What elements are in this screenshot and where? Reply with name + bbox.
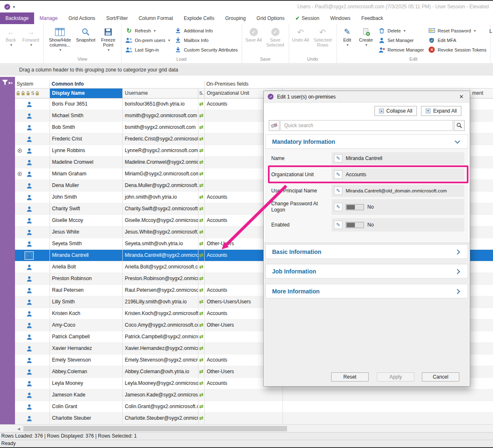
- username-cell[interactable]: Madeline.Cromwel@sygx2.onmicrosoft.com: [123, 157, 198, 168]
- display-name-cell[interactable]: Madeline Cromwel: [50, 157, 123, 168]
- username-cell[interactable]: Patrick.Campbell@sygx2.onmicrosoft.com: [123, 331, 198, 342]
- username-cell[interactable]: john.smith@ovh.ytria.io: [123, 192, 198, 203]
- edit-pencil-icon[interactable]: ✎: [334, 170, 342, 179]
- tab-column-format[interactable]: Column Format: [133, 12, 178, 24]
- organizational-unit-cell[interactable]: [205, 401, 283, 412]
- grid-row[interactable]: Jameson KadeJameson.Kade@sygx2.onmicroso…: [15, 389, 493, 401]
- edit-pencil-icon[interactable]: ✎: [334, 203, 342, 211]
- apply-button[interactable]: Apply: [377, 372, 414, 382]
- filter-funnel-icon[interactable]: [2, 79, 13, 86]
- search-button[interactable]: [454, 120, 465, 131]
- cpal-toggle[interactable]: [346, 204, 364, 210]
- ribbon-snapshot-button[interactable]: Snapshot: [75, 25, 97, 55]
- username-cell[interactable]: Raul.Petersen@sygx2.onmicrosoft.com: [123, 285, 198, 296]
- ribbon-show-hide-columns-button[interactable]: Show/Hide columns...▾: [46, 25, 74, 55]
- username-cell[interactable]: Coco.Amy@sygx2.onmicrosoft.com: [123, 320, 198, 331]
- column-header-display-name[interactable]: Display Name: [50, 89, 123, 98]
- display-name-cell[interactable]: Patrick Campbell: [50, 331, 123, 342]
- expand-all-button[interactable]: Expand All: [421, 106, 461, 116]
- tab-explode-cells[interactable]: Explode Cells: [178, 12, 220, 24]
- tab-manage[interactable]: Manage: [34, 12, 63, 24]
- username-cell[interactable]: LynneR@sygx2.onmicrosoft.com: [123, 145, 198, 156]
- display-name-cell[interactable]: Michael Smith: [50, 110, 123, 121]
- field-ou-value[interactable]: Accounts: [346, 172, 366, 177]
- display-name-cell[interactable]: Lilly Smith: [50, 296, 123, 308]
- ribbon-edit-button[interactable]: ✎Edit▾: [339, 25, 356, 55]
- display-name-cell[interactable]: Seyeta Smith: [50, 238, 123, 249]
- username-cell[interactable]: Miranda.Cantrell@sygx2.onmicrosoft.com: [123, 250, 198, 261]
- ribbon-additional-info-button[interactable]: Additional Info: [173, 26, 240, 35]
- display-name-cell[interactable]: Dena Muller: [50, 180, 123, 191]
- ribbon-back-button[interactable]: ←Back▾: [2, 25, 20, 55]
- display-name-cell[interactable]: Boris Four 3651: [50, 98, 123, 110]
- horizontal-scrollbar[interactable]: ◀: [0, 424, 493, 432]
- username-cell[interactable]: Charlotte.Steuber@sygx2.onmicrosoft.com: [123, 413, 198, 424]
- username-cell[interactable]: msmith@sygx2.onmicrosoft.com: [123, 110, 198, 121]
- tab-session[interactable]: ✔Session: [290, 12, 325, 24]
- section-job-information[interactable]: Job Information: [265, 264, 468, 278]
- display-name-cell[interactable]: Colin Grant: [50, 401, 123, 412]
- grouping-zone[interactable]: Drag a column header to this grouping zo…: [0, 64, 493, 76]
- ribbon-set-manager-button[interactable]: Set Manager: [377, 35, 426, 45]
- tab-grouping[interactable]: Grouping: [220, 12, 251, 24]
- username-cell[interactable]: Emely.Stevenson@sygx2.onmicrosoft.com: [123, 354, 198, 366]
- display-name-cell[interactable]: Ariella Bolt: [50, 261, 123, 273]
- ribbon-selected-rows-button[interactable]: ↶Selected Rows: [311, 25, 334, 55]
- username-cell[interactable]: Kristen.Koch@sygx2.onmicrosoft.com: [123, 308, 198, 319]
- ribbon-custom-security-attributes-button[interactable]: Custom Security Attributes: [173, 45, 240, 54]
- app-menu-caret-icon[interactable]: ▾: [13, 5, 15, 9]
- section-more-information[interactable]: More Information: [265, 284, 468, 298]
- username-cell[interactable]: Ariella.Bolt@sygx2.onmicrosoft.com: [123, 261, 198, 273]
- tab-feedback[interactable]: Feedback: [356, 12, 389, 24]
- cancel-button[interactable]: Cancel: [422, 372, 459, 382]
- display-name-cell[interactable]: Emely Stevenson: [50, 354, 123, 366]
- display-name-cell[interactable]: Frederic Crist: [50, 133, 123, 145]
- tab-grid-options[interactable]: Grid Options: [251, 12, 290, 24]
- field-name-value[interactable]: Miranda Cantrell: [346, 155, 382, 161]
- edit-pencil-icon[interactable]: ✎: [334, 187, 342, 195]
- field-upn-value[interactable]: Miranda.Cantrell@old_domain.onmicrosoft.…: [346, 188, 447, 193]
- username-cell[interactable]: Leyla.Mooney@sygx2.onmicrosoft.com: [123, 378, 198, 389]
- username-cell[interactable]: Abbey.Coleman@ovh.ytria.io: [123, 366, 198, 377]
- username-cell[interactable]: Preston.Robinson@sygx2.onmicrosoft.com: [123, 273, 198, 284]
- display-name-cell[interactable]: Miriam Graham: [50, 168, 123, 180]
- column-header-clipped-department[interactable]: ment: [470, 89, 493, 98]
- reset-button[interactable]: Reset: [331, 372, 369, 382]
- display-name-cell[interactable]: Charlotte Steuber: [50, 413, 123, 424]
- column-header-username[interactable]: Username: [123, 89, 198, 98]
- edit-pencil-icon[interactable]: ✎: [334, 154, 342, 162]
- display-name-cell[interactable]: Kristen Koch: [50, 308, 123, 319]
- enabled-toggle[interactable]: [346, 222, 364, 228]
- scrollbar-thumb[interactable]: [23, 426, 287, 431]
- ribbon-refresh-button[interactable]: ↻Refresh▾: [124, 26, 172, 35]
- close-icon[interactable]: ×: [457, 93, 466, 101]
- ribbon-delete-button[interactable]: Delete▾: [377, 26, 426, 35]
- quick-search-input[interactable]: [280, 120, 453, 131]
- display-name-cell[interactable]: Preston Robinson: [50, 273, 123, 284]
- display-name-cell[interactable]: Giselle Mccoy: [50, 215, 123, 226]
- organizational-unit-cell[interactable]: [205, 413, 283, 424]
- display-name-cell[interactable]: Amy-Coco: [50, 320, 123, 331]
- collapse-all-button[interactable]: Collapse All: [374, 106, 417, 116]
- section-mandatory-information[interactable]: Mandatory Information: [265, 134, 468, 149]
- ribbon-revoke-session-tokens-button[interactable]: ×Revoke Session Tokens: [426, 45, 488, 54]
- tab-windows[interactable]: Windows: [325, 12, 356, 24]
- ribbon-save-selected-button[interactable]: ✔Save Selected: [264, 25, 287, 55]
- username-cell[interactable]: Jesus.White@sygx2.onmicrosoft.com: [123, 226, 198, 238]
- username-cell[interactable]: Giselle.Mccoy@sygx2.onmicrosoft.com: [123, 215, 198, 226]
- system-columns-header[interactable]: S: [15, 89, 50, 98]
- username-cell[interactable]: Dena.Muller@sygx2.onmicrosoft.com: [123, 180, 198, 191]
- username-cell[interactable]: Jameson.Kade@sygx2.onmicrosoft.com: [123, 389, 198, 401]
- grid-row[interactable]: Charlotte SteuberCharlotte.Steuber@sygx2…: [15, 413, 493, 424]
- ribbon-create-button[interactable]: Create▾: [357, 25, 376, 55]
- grid-row[interactable]: Colin GrantColin.Grant@sygx2.onmicrosoft…: [15, 401, 493, 413]
- tab-grid-actions[interactable]: Grid Actions: [63, 12, 101, 24]
- ribbon-save-all-button[interactable]: ✔Save All: [244, 25, 263, 55]
- display-name-cell[interactable]: Xavier Hernandez: [50, 343, 123, 354]
- username-cell[interactable]: Charity.Swift@sygx2.onmicrosoft.com: [123, 203, 198, 214]
- ribbon-remove-manager-button[interactable]: Remove Manager: [377, 45, 426, 54]
- display-name-cell[interactable]: Miranda Cantrell: [50, 250, 123, 261]
- clear-search-button[interactable]: [269, 120, 280, 131]
- tab-sort-filter[interactable]: Sort/Filter: [101, 12, 133, 24]
- display-name-cell[interactable]: Bob Smith: [50, 122, 123, 133]
